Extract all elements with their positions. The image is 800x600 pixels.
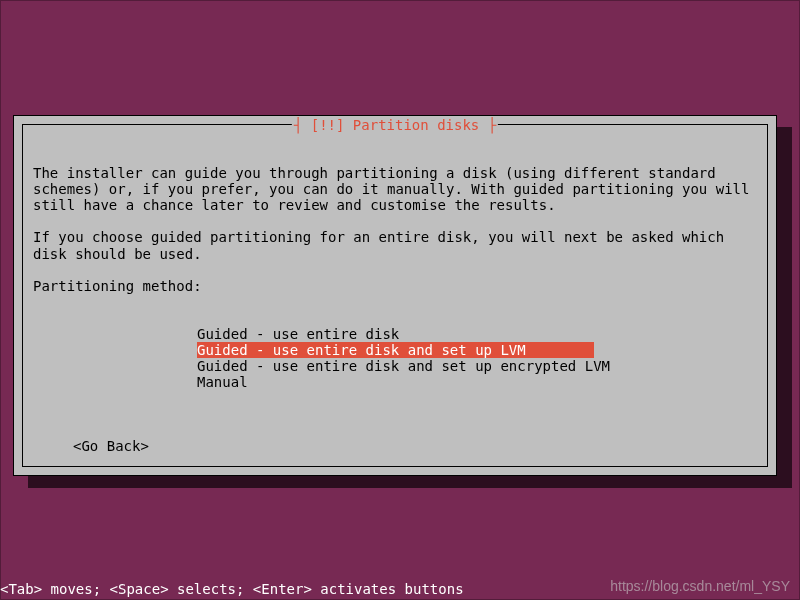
intro-paragraph-1: The installer can guide you through part…	[33, 165, 758, 213]
option-guided-encrypted-lvm[interactable]: Guided - use entire disk and set up encr…	[197, 358, 757, 374]
help-bar: <Tab> moves; <Space> selects; <Enter> ac…	[0, 581, 464, 597]
option-guided-lvm[interactable]: Guided - use entire disk and set up LVM	[197, 342, 594, 358]
option-guided-entire-disk[interactable]: Guided - use entire disk	[197, 326, 757, 342]
partitioning-options: Guided - use entire diskGuided - use ent…	[197, 310, 757, 390]
title-alert-prefix: [!!]	[311, 117, 353, 133]
dialog-content: The installer can guide you through part…	[23, 125, 767, 497]
option-manual[interactable]: Manual	[197, 374, 757, 390]
title-decoration-right: ├	[479, 117, 496, 133]
dialog-title: ┤ [!!] Partition disks ├	[292, 117, 498, 133]
intro-paragraph-2: If you choose guided partitioning for an…	[33, 229, 733, 261]
partitioning-method-label: Partitioning method:	[33, 278, 202, 294]
dialog-border: ┤ [!!] Partition disks ├ The installer c…	[22, 124, 768, 467]
title-decoration-left: ┤	[294, 117, 311, 133]
go-back-button[interactable]: <Go Back>	[73, 438, 757, 454]
title-text: Partition disks	[353, 117, 479, 133]
watermark: https://blog.csdn.net/ml_YSY	[610, 578, 790, 594]
partition-dialog: ┤ [!!] Partition disks ├ The installer c…	[13, 115, 777, 476]
